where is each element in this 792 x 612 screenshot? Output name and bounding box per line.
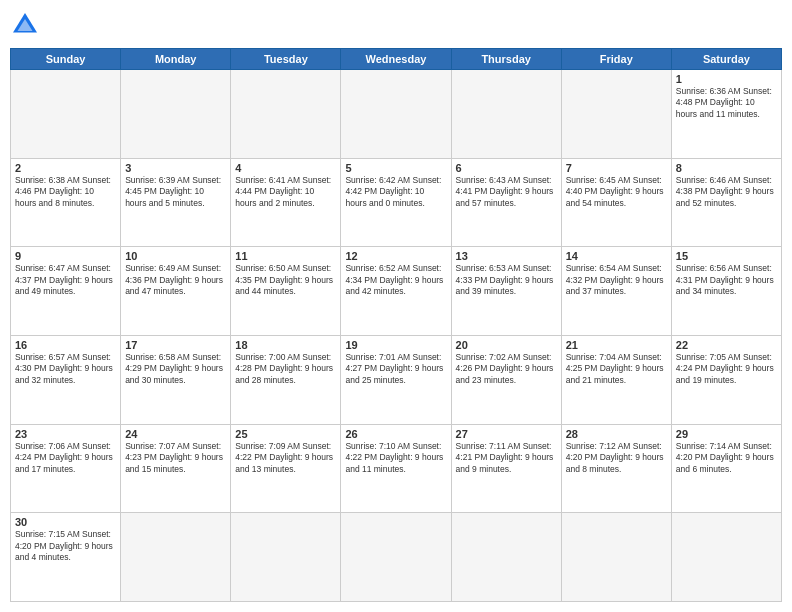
weekday-header-monday: Monday xyxy=(121,49,231,70)
calendar-cell: 21Sunrise: 7:04 AM Sunset: 4:25 PM Dayli… xyxy=(561,335,671,424)
logo xyxy=(10,10,44,40)
day-info: Sunrise: 6:41 AM Sunset: 4:44 PM Dayligh… xyxy=(235,175,336,209)
day-info: Sunrise: 7:02 AM Sunset: 4:26 PM Dayligh… xyxy=(456,352,557,386)
day-info: Sunrise: 6:50 AM Sunset: 4:35 PM Dayligh… xyxy=(235,263,336,297)
day-info: Sunrise: 7:06 AM Sunset: 4:24 PM Dayligh… xyxy=(15,441,116,475)
calendar-week-row: 1Sunrise: 6:36 AM Sunset: 4:48 PM Daylig… xyxy=(11,70,782,159)
calendar-week-row: 16Sunrise: 6:57 AM Sunset: 4:30 PM Dayli… xyxy=(11,335,782,424)
day-info: Sunrise: 6:39 AM Sunset: 4:45 PM Dayligh… xyxy=(125,175,226,209)
day-number: 18 xyxy=(235,339,336,351)
calendar-cell: 14Sunrise: 6:54 AM Sunset: 4:32 PM Dayli… xyxy=(561,247,671,336)
day-number: 3 xyxy=(125,162,226,174)
day-number: 12 xyxy=(345,250,446,262)
calendar-cell: 4Sunrise: 6:41 AM Sunset: 4:44 PM Daylig… xyxy=(231,158,341,247)
day-number: 9 xyxy=(15,250,116,262)
calendar-week-row: 30Sunrise: 7:15 AM Sunset: 4:20 PM Dayli… xyxy=(11,513,782,602)
calendar-cell: 15Sunrise: 6:56 AM Sunset: 4:31 PM Dayli… xyxy=(671,247,781,336)
calendar-cell: 20Sunrise: 7:02 AM Sunset: 4:26 PM Dayli… xyxy=(451,335,561,424)
day-number: 22 xyxy=(676,339,777,351)
day-info: Sunrise: 7:11 AM Sunset: 4:21 PM Dayligh… xyxy=(456,441,557,475)
day-number: 21 xyxy=(566,339,667,351)
calendar-cell: 7Sunrise: 6:45 AM Sunset: 4:40 PM Daylig… xyxy=(561,158,671,247)
calendar-cell xyxy=(121,513,231,602)
calendar-cell xyxy=(341,513,451,602)
day-info: Sunrise: 6:38 AM Sunset: 4:46 PM Dayligh… xyxy=(15,175,116,209)
day-number: 13 xyxy=(456,250,557,262)
day-info: Sunrise: 6:54 AM Sunset: 4:32 PM Dayligh… xyxy=(566,263,667,297)
calendar-cell: 2Sunrise: 6:38 AM Sunset: 4:46 PM Daylig… xyxy=(11,158,121,247)
calendar-cell: 24Sunrise: 7:07 AM Sunset: 4:23 PM Dayli… xyxy=(121,424,231,513)
day-info: Sunrise: 6:46 AM Sunset: 4:38 PM Dayligh… xyxy=(676,175,777,209)
weekday-header-row: SundayMondayTuesdayWednesdayThursdayFrid… xyxy=(11,49,782,70)
calendar-cell xyxy=(561,513,671,602)
calendar-cell xyxy=(561,70,671,159)
day-info: Sunrise: 6:49 AM Sunset: 4:36 PM Dayligh… xyxy=(125,263,226,297)
calendar-week-row: 23Sunrise: 7:06 AM Sunset: 4:24 PM Dayli… xyxy=(11,424,782,513)
day-number: 2 xyxy=(15,162,116,174)
calendar-cell xyxy=(11,70,121,159)
day-number: 11 xyxy=(235,250,336,262)
weekday-header-saturday: Saturday xyxy=(671,49,781,70)
day-info: Sunrise: 6:45 AM Sunset: 4:40 PM Dayligh… xyxy=(566,175,667,209)
page: SundayMondayTuesdayWednesdayThursdayFrid… xyxy=(0,0,792,612)
day-number: 25 xyxy=(235,428,336,440)
calendar-cell: 13Sunrise: 6:53 AM Sunset: 4:33 PM Dayli… xyxy=(451,247,561,336)
weekday-header-friday: Friday xyxy=(561,49,671,70)
calendar-cell: 27Sunrise: 7:11 AM Sunset: 4:21 PM Dayli… xyxy=(451,424,561,513)
day-info: Sunrise: 6:52 AM Sunset: 4:34 PM Dayligh… xyxy=(345,263,446,297)
calendar-cell: 26Sunrise: 7:10 AM Sunset: 4:22 PM Dayli… xyxy=(341,424,451,513)
calendar-cell: 22Sunrise: 7:05 AM Sunset: 4:24 PM Dayli… xyxy=(671,335,781,424)
calendar-cell: 6Sunrise: 6:43 AM Sunset: 4:41 PM Daylig… xyxy=(451,158,561,247)
weekday-header-sunday: Sunday xyxy=(11,49,121,70)
calendar-cell: 28Sunrise: 7:12 AM Sunset: 4:20 PM Dayli… xyxy=(561,424,671,513)
day-info: Sunrise: 7:00 AM Sunset: 4:28 PM Dayligh… xyxy=(235,352,336,386)
day-number: 5 xyxy=(345,162,446,174)
calendar-cell: 19Sunrise: 7:01 AM Sunset: 4:27 PM Dayli… xyxy=(341,335,451,424)
day-number: 27 xyxy=(456,428,557,440)
day-number: 29 xyxy=(676,428,777,440)
calendar-cell xyxy=(231,70,341,159)
day-info: Sunrise: 7:15 AM Sunset: 4:20 PM Dayligh… xyxy=(15,529,116,563)
calendar-cell: 25Sunrise: 7:09 AM Sunset: 4:22 PM Dayli… xyxy=(231,424,341,513)
day-number: 14 xyxy=(566,250,667,262)
calendar-cell xyxy=(451,513,561,602)
day-number: 20 xyxy=(456,339,557,351)
day-info: Sunrise: 6:42 AM Sunset: 4:42 PM Dayligh… xyxy=(345,175,446,209)
day-number: 10 xyxy=(125,250,226,262)
day-number: 1 xyxy=(676,73,777,85)
day-number: 23 xyxy=(15,428,116,440)
day-info: Sunrise: 6:53 AM Sunset: 4:33 PM Dayligh… xyxy=(456,263,557,297)
day-info: Sunrise: 7:01 AM Sunset: 4:27 PM Dayligh… xyxy=(345,352,446,386)
header xyxy=(10,10,782,40)
calendar-cell xyxy=(671,513,781,602)
day-info: Sunrise: 6:58 AM Sunset: 4:29 PM Dayligh… xyxy=(125,352,226,386)
calendar-cell: 17Sunrise: 6:58 AM Sunset: 4:29 PM Dayli… xyxy=(121,335,231,424)
calendar-cell: 29Sunrise: 7:14 AM Sunset: 4:20 PM Dayli… xyxy=(671,424,781,513)
calendar-cell: 10Sunrise: 6:49 AM Sunset: 4:36 PM Dayli… xyxy=(121,247,231,336)
calendar-cell: 11Sunrise: 6:50 AM Sunset: 4:35 PM Dayli… xyxy=(231,247,341,336)
calendar-cell xyxy=(231,513,341,602)
weekday-header-thursday: Thursday xyxy=(451,49,561,70)
calendar-cell: 9Sunrise: 6:47 AM Sunset: 4:37 PM Daylig… xyxy=(11,247,121,336)
calendar-cell: 18Sunrise: 7:00 AM Sunset: 4:28 PM Dayli… xyxy=(231,335,341,424)
calendar-week-row: 2Sunrise: 6:38 AM Sunset: 4:46 PM Daylig… xyxy=(11,158,782,247)
day-info: Sunrise: 6:47 AM Sunset: 4:37 PM Dayligh… xyxy=(15,263,116,297)
day-info: Sunrise: 7:07 AM Sunset: 4:23 PM Dayligh… xyxy=(125,441,226,475)
day-info: Sunrise: 6:43 AM Sunset: 4:41 PM Dayligh… xyxy=(456,175,557,209)
day-info: Sunrise: 7:05 AM Sunset: 4:24 PM Dayligh… xyxy=(676,352,777,386)
calendar-cell xyxy=(451,70,561,159)
day-number: 7 xyxy=(566,162,667,174)
day-number: 16 xyxy=(15,339,116,351)
calendar-cell xyxy=(121,70,231,159)
day-number: 24 xyxy=(125,428,226,440)
calendar-cell: 16Sunrise: 6:57 AM Sunset: 4:30 PM Dayli… xyxy=(11,335,121,424)
day-number: 6 xyxy=(456,162,557,174)
day-info: Sunrise: 6:56 AM Sunset: 4:31 PM Dayligh… xyxy=(676,263,777,297)
calendar-cell: 1Sunrise: 6:36 AM Sunset: 4:48 PM Daylig… xyxy=(671,70,781,159)
day-info: Sunrise: 7:10 AM Sunset: 4:22 PM Dayligh… xyxy=(345,441,446,475)
calendar-cell: 23Sunrise: 7:06 AM Sunset: 4:24 PM Dayli… xyxy=(11,424,121,513)
logo-icon xyxy=(10,10,40,40)
day-info: Sunrise: 7:09 AM Sunset: 4:22 PM Dayligh… xyxy=(235,441,336,475)
day-info: Sunrise: 7:12 AM Sunset: 4:20 PM Dayligh… xyxy=(566,441,667,475)
calendar-cell: 8Sunrise: 6:46 AM Sunset: 4:38 PM Daylig… xyxy=(671,158,781,247)
